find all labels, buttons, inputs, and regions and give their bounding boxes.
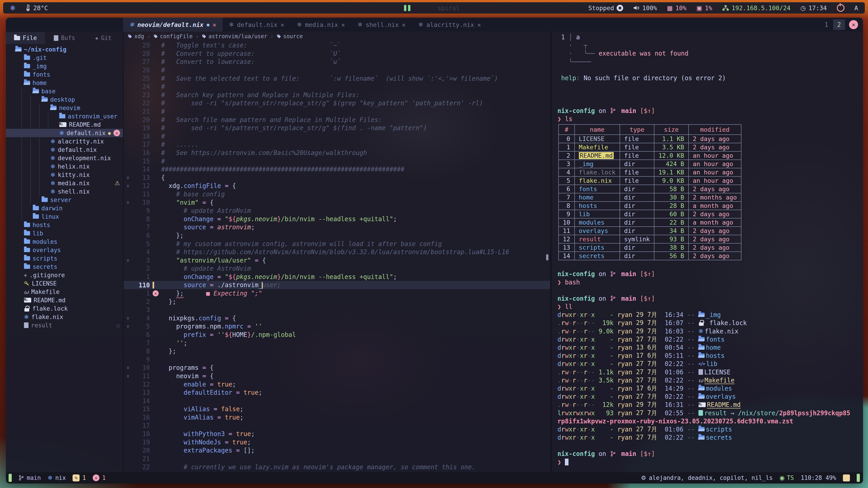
tree-item-LICENSE[interactable]: LICENSE (6, 279, 123, 288)
tree-item-overlays[interactable]: overlays (6, 246, 123, 254)
tree-item-linux[interactable]: linux (6, 213, 123, 221)
line-number: 10 (132, 364, 153, 371)
tree-item-server[interactable]: server (6, 196, 123, 204)
volume-widget[interactable]: 100% (633, 4, 657, 11)
terminal-line (557, 82, 863, 90)
close-tab-icon[interactable]: ✕ (281, 21, 284, 28)
clock-widget[interactable]: ◷ 17:34 (800, 4, 827, 11)
statusline-modified[interactable]: ✎ 1 (72, 475, 86, 482)
breadcrumb-segment[interactable]: configFile (153, 33, 193, 39)
memory-widget[interactable]: ▦ 10% (667, 4, 686, 11)
mode-indicator-bar-right (857, 474, 860, 482)
tree-item-Makefile[interactable]: ωMakefile (6, 288, 123, 296)
nixos-logo-icon[interactable]: ❄ (10, 4, 16, 12)
editor-pane[interactable]: xdg›configFile›astronvim/lua/user›source… (124, 32, 550, 472)
folder-open-icon (16, 47, 22, 52)
tree-item-README-md[interactable]: M↓README.md (6, 121, 123, 129)
fold-chevron-icon[interactable]: ∨ (124, 200, 132, 205)
tree-item-hosts[interactable]: hosts (6, 221, 123, 229)
tree-item-astronvim-user[interactable]: astronvim_user (6, 112, 123, 121)
editor-code-area[interactable]: 29# Toggle text's case: `~`28# Convert t… (124, 41, 550, 472)
statusline-lsp-tools[interactable]: ⚙ alejandra, deadnix, copilot, nil_ls (641, 475, 773, 481)
scrollbar-indicator[interactable] (546, 254, 548, 260)
neotree-tab-file[interactable]: File (6, 32, 45, 44)
keyboard-layout-indicator[interactable]: A (855, 4, 858, 11)
permissions: .rw-r--r-- (557, 377, 595, 384)
fold-chevron-icon[interactable]: ∨ (124, 175, 132, 180)
tree-item-development-nix[interactable]: ❄development.nix (6, 154, 123, 162)
tree-item-result[interactable]: result◌ (6, 321, 123, 329)
nix-icon: ❄ (59, 130, 64, 136)
tree-item-helix-nix[interactable]: ❄helix.nix (6, 162, 123, 170)
tree-item-base[interactable]: base (6, 87, 123, 95)
close-file-icon[interactable]: ✕ (114, 130, 120, 136)
fold-chevron-icon[interactable]: ∨ (124, 315, 132, 321)
power-icon[interactable] (837, 4, 844, 12)
tree-item-shell-nix[interactable]: ❄shell.nix (6, 187, 123, 196)
fold-chevron-icon[interactable]: ∨ (124, 373, 132, 379)
cpu-widget[interactable]: ▣ 1% (696, 4, 712, 11)
tree-item--gitignore[interactable]: ◆.gitignore (6, 271, 123, 279)
tree-item-scripts[interactable]: scripts (6, 254, 123, 263)
nix-icon: ❄ (48, 475, 53, 481)
close-tab-icon[interactable]: ✕ (341, 21, 345, 28)
tree-item-kitty-nix[interactable]: ❄kitty.nix (6, 170, 123, 179)
tree-item-README-md[interactable]: M↓README.md (6, 296, 123, 304)
tree-item-darwin[interactable]: darwin (6, 204, 123, 213)
close-tab-icon[interactable]: ✕ (477, 21, 481, 28)
tabpage-2[interactable]: 2 (833, 20, 845, 30)
tree-item-desktop[interactable]: desktop (6, 95, 123, 104)
breadcrumb-segment[interactable]: astronvim/lua/user (202, 33, 267, 39)
neotree-tab-git[interactable]: ◆Git (84, 32, 123, 44)
tree-item-alacritty-nix[interactable]: ❄alacritty.nix (6, 137, 123, 145)
line-number: 18 (132, 133, 153, 140)
tree-item-flake-nix[interactable]: ❄flake.nix (6, 313, 123, 321)
tree-item-default-nix[interactable]: ❄default.nix●✕ (6, 129, 123, 137)
buffer-tab-alacritty-nix[interactable]: ❄alacritty.nix✕ (412, 18, 487, 32)
statusline-git-branch[interactable]: main (19, 475, 41, 481)
network-widget[interactable]: 192.168.5.100/24 (722, 4, 790, 11)
tree-item-modules[interactable]: modules (6, 237, 123, 246)
terminal-line: ❯ bash (557, 278, 863, 286)
pause-icon[interactable] (404, 5, 410, 11)
tree-item-media-nix[interactable]: ❄media.nix⚠ (6, 179, 123, 187)
neotree-tab-bufs[interactable]: Bufs (45, 32, 84, 44)
code-line: 9 # update AstroNvim (124, 206, 550, 215)
tree-item-flake-lock[interactable]: flake.lock (6, 304, 123, 313)
tree-item-label: .gitignore (29, 272, 65, 279)
tree-item-lib[interactable]: lib (6, 229, 123, 237)
terminal-pane[interactable]: 1 │ a · ┬ · ╰── executable was not found… (550, 32, 863, 472)
statusline-errors[interactable]: ✕ 1 (93, 475, 106, 481)
buffer-tab-media-nix[interactable]: ❄media.nix✕ (291, 18, 351, 32)
breadcrumb-segment[interactable]: source (277, 33, 303, 39)
media-status-widget[interactable]: Stopped (588, 4, 623, 11)
close-buffer-button[interactable]: ✕ (849, 20, 858, 29)
buffer-tab-neovim-default-nix[interactable]: ❄neovim/default.nix●✕ (123, 18, 223, 32)
fold-chevron-icon[interactable]: ∨ (124, 365, 132, 370)
close-tab-icon[interactable]: ✕ (213, 21, 216, 28)
fold-chevron-icon[interactable]: ∨ (124, 183, 132, 188)
permissions: drwxr-xr-x (557, 426, 595, 433)
code-line: 8 onChange = "${pkgs.neovim}/bin/nvim --… (124, 215, 550, 223)
tree-item--nix-config[interactable]: ~/nix-config (6, 45, 123, 54)
tree-item--img[interactable]: _img (6, 62, 123, 70)
tree-item--git[interactable]: .git (6, 54, 123, 62)
buffer-tab-shell-nix[interactable]: ❄shell.nix✕ (351, 18, 412, 32)
tree-item-fonts[interactable]: fonts (6, 70, 123, 78)
indent-guides (22, 104, 48, 112)
tree-item-home[interactable]: home (6, 78, 123, 87)
tree-item-default-nix[interactable]: ❄default.nix (6, 145, 123, 154)
breadcrumb-label: source (283, 33, 303, 39)
clock-value: 17:34 (808, 4, 827, 11)
fold-chevron-icon[interactable]: ∨ (124, 258, 132, 263)
tree-item-neovim[interactable]: neovim (6, 104, 123, 112)
close-tab-icon[interactable]: ✕ (402, 21, 405, 28)
tabpage-1[interactable]: 1 (820, 20, 832, 30)
fold-chevron-icon[interactable]: ∨ (124, 324, 132, 329)
buffer-tab-default-nix[interactable]: ❄default.nix✕ (223, 18, 291, 32)
permissions: drwxr-xr-x (557, 385, 595, 392)
tree-item-secrets[interactable]: secrets (6, 263, 123, 271)
folder-open-icon (41, 97, 48, 102)
folder-icon (24, 239, 30, 244)
breadcrumb-segment[interactable]: xdg (128, 33, 144, 39)
